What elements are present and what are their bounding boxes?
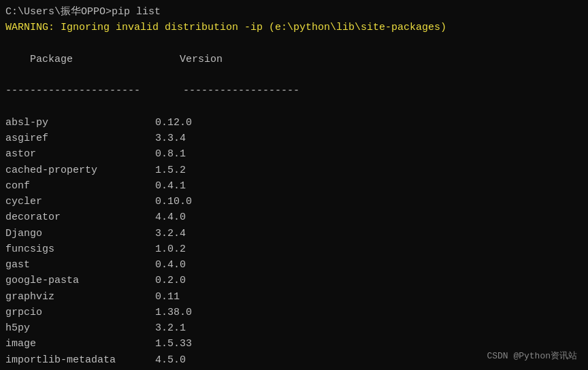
header-line: PackageVersion [5,36,583,84]
table-row: gast0.4.0 [5,257,583,273]
package-name: conf [5,178,155,194]
package-name: Django [5,226,155,241]
table-row: google-pasta0.2.0 [5,273,583,288]
package-version: 4.5.0 [155,352,186,368]
package-name: cycler [5,194,155,209]
package-version: 3.2.1 [155,320,186,336]
package-version: 0.2.0 [155,273,186,288]
watermark: CSDN @Python资讯站 [487,350,577,362]
package-version: 0.10.0 [155,194,192,209]
package-name: gast [5,257,155,273]
package-name: grpcio [5,305,155,320]
package-name: h5py [5,320,155,336]
table-row: funcsigs1.0.2 [5,241,583,257]
package-list: absl-py0.12.0asgiref3.3.4astor0.8.1cache… [5,115,583,370]
table-row: conf0.4.1 [5,178,583,194]
table-row: cached-property1.5.2 [5,163,583,178]
warning-line: WARNING: Ignoring invalid distribution -… [5,20,583,35]
package-version: 3.2.4 [155,226,186,241]
package-name: astor [5,146,155,162]
package-version: 1.5.33 [155,336,192,352]
package-version: 3.3.4 [155,131,186,146]
package-version: 0.4.0 [155,257,186,273]
package-name: decorator [5,209,155,225]
header-version: Version [180,54,223,65]
package-version: 0.11 [155,289,180,305]
package-name: asgiref [5,131,155,146]
separator-line: ---------------------- -----------------… [5,83,583,99]
package-name: funcsigs [5,241,155,257]
package-name: image [5,336,155,352]
package-name: google-pasta [5,273,155,288]
package-version: 1.5.2 [155,163,186,178]
package-version: 1.0.2 [155,241,186,257]
package-version: 1.38.0 [155,305,192,320]
table-row: h5py3.2.1 [5,320,583,336]
table-row: asgiref3.3.4 [5,131,583,146]
prompt-line: C:\Users\振华OPPO>pip list [5,4,583,20]
package-name: importlib-metadata [5,352,155,368]
package-version: 0.8.1 [155,146,186,162]
package-version: 4.4.0 [155,209,186,225]
package-version: 0.4.1 [155,178,186,194]
table-row: graphviz0.11 [5,289,583,305]
package-name: cached-property [5,163,155,178]
package-name: graphviz [5,289,155,305]
empty-line [5,99,583,115]
table-row: absl-py0.12.0 [5,115,583,131]
package-name: absl-py [5,115,155,131]
table-row: grpcio1.38.0 [5,305,583,320]
terminal-window: C:\Users\振华OPPO>pip list WARNING: Ignori… [0,0,588,370]
table-row: Django3.2.4 [5,226,583,241]
package-version: 0.12.0 [155,115,192,131]
header-package: Package [30,52,180,67]
table-row: decorator4.4.0 [5,209,583,225]
table-row: astor0.8.1 [5,146,583,162]
table-row: cycler0.10.0 [5,194,583,209]
